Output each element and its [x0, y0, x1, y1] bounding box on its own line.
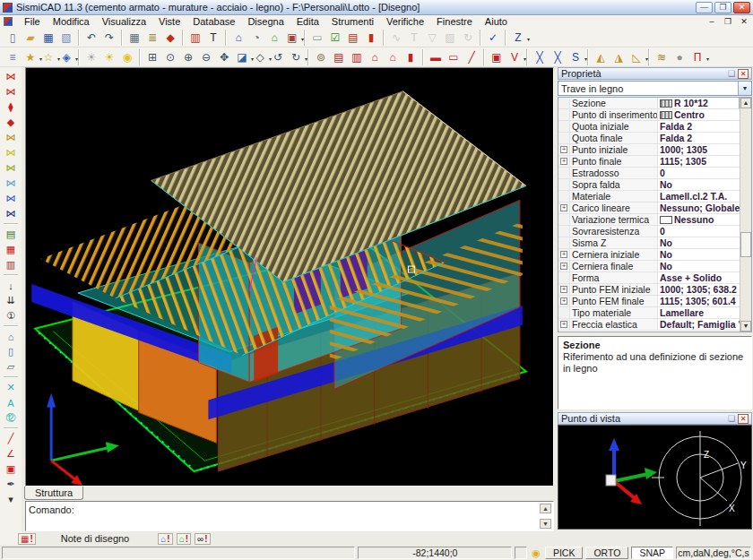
- property-value[interactable]: Nessuno; Globale: [658, 202, 751, 213]
- scroll-up-icon[interactable]: ▲: [740, 98, 751, 108]
- property-row[interactable]: Sopra faldaNo: [558, 179, 751, 191]
- property-value[interactable]: R 10*12▼: [658, 98, 751, 108]
- restore-button[interactable]: ❐: [714, 2, 731, 13]
- plan-view-button[interactable]: ▤: [330, 48, 348, 65]
- text-button[interactable]: T: [204, 29, 222, 46]
- pan-button[interactable]: ✥: [215, 48, 233, 65]
- property-row[interactable]: +Cerniera inizialeNo: [558, 249, 751, 261]
- brace-x-2-button[interactable]: ╳: [549, 48, 567, 65]
- masonry-building-button[interactable]: ▥: [3, 257, 20, 272]
- menu-verifiche[interactable]: Verifiche: [380, 16, 430, 27]
- property-value[interactable]: No: [658, 179, 751, 190]
- expand-icon[interactable]: +: [558, 156, 570, 167]
- mdi-restore-button[interactable]: ❐: [723, 17, 733, 26]
- property-value[interactable]: No: [658, 249, 751, 260]
- property-row[interactable]: +Punto iniziale1000; 1305: [558, 144, 751, 156]
- property-value[interactable]: Asse + Solido: [658, 272, 751, 283]
- property-row[interactable]: +Cerniera finaleNo: [558, 261, 751, 272]
- check-table-button[interactable]: ☑: [326, 29, 344, 46]
- view-box-button[interactable]: ◇▾: [251, 48, 269, 65]
- menu-file[interactable]: File: [18, 16, 47, 27]
- polyline-red-button[interactable]: ∠: [3, 446, 20, 461]
- property-value[interactable]: Lamell.cl.2 T.A.: [658, 191, 751, 202]
- property-value[interactable]: 1000; 1305: [658, 144, 751, 155]
- truss-roof-2-button[interactable]: ◮: [610, 48, 628, 65]
- verify-button[interactable]: ✓: [484, 29, 502, 46]
- snap-toggle[interactable]: SNAP: [631, 547, 673, 559]
- draw-beam-yellow-button[interactable]: ⋈: [3, 145, 20, 160]
- properties-close-icon[interactable]: ✕: [738, 69, 749, 79]
- named-view-button[interactable]: ★▾: [22, 48, 39, 65]
- light-low-button[interactable]: ☀: [82, 48, 100, 65]
- drawing-canvas[interactable]: [25, 67, 554, 487]
- rebar-button[interactable]: ▥: [186, 29, 204, 46]
- menu-aiuto[interactable]: Aiuto: [479, 16, 514, 27]
- orbit-continuous-button[interactable]: ↻▾: [287, 48, 305, 65]
- note-roof-green-button[interactable]: ⌂!: [177, 533, 191, 545]
- collapse-toolbar-button[interactable]: ▾: [3, 492, 20, 507]
- viewpoint-widget[interactable]: Z Y X: [558, 425, 752, 530]
- verify-v-button[interactable]: V▾: [506, 48, 524, 65]
- named-view-save-button[interactable]: ☆▾: [39, 48, 57, 65]
- sheet-number-button[interactable]: ①: [3, 308, 20, 323]
- chevron-down-icon[interactable]: ▼: [738, 82, 751, 95]
- beam-tool-button[interactable]: ▬: [427, 48, 445, 65]
- draw-beam-red-3-button[interactable]: ⧫: [3, 99, 20, 115]
- panel-tool-button[interactable]: ▣: [488, 48, 506, 65]
- property-row[interactable]: +Punto finale1115; 1305: [558, 156, 751, 168]
- property-value[interactable]: 1115; 1305; 601.4: [658, 296, 751, 306]
- line-style-dropdown-icon[interactable]: ▾: [527, 36, 530, 42]
- menu-strumenti[interactable]: Strumenti: [325, 16, 380, 27]
- draw-beam-red-1-button[interactable]: ⋈: [3, 69, 20, 84]
- viewpoint-close-icon[interactable]: ✕: [738, 414, 749, 424]
- tab-struttura[interactable]: Struttura: [24, 487, 83, 500]
- pin-icon[interactable]: ❑: [728, 414, 735, 423]
- property-value[interactable]: Default; Famiglia "L: [658, 319, 751, 330]
- property-row[interactable]: Variazione termicaNessuno: [558, 214, 751, 226]
- steel-dropdown-icon[interactable]: ▾: [584, 56, 587, 62]
- solid-view-button[interactable]: ▣▾: [283, 29, 301, 46]
- scroll-down-icon[interactable]: ▼: [740, 321, 751, 332]
- undo-button[interactable]: ↶: [82, 29, 100, 46]
- wall-view-button[interactable]: ▥: [348, 48, 366, 65]
- zoom-out-button[interactable]: ⊖: [197, 48, 215, 65]
- property-value[interactable]: Falda 2: [658, 133, 751, 143]
- view-3d-button[interactable]: ◈▾: [57, 48, 75, 65]
- property-row[interactable]: Punto di inserimentoCentro: [558, 109, 751, 121]
- note-roof-blue-button[interactable]: ⌂!: [158, 533, 172, 545]
- orto-toggle[interactable]: ORTO: [585, 547, 628, 559]
- property-row[interactable]: Estradosso0: [558, 168, 751, 179]
- sheet-copy-button[interactable]: ▱: [3, 359, 20, 375]
- wood-triangle-dropdown-icon[interactable]: ▾: [645, 56, 648, 62]
- property-value[interactable]: 1000; 1305; 638.2: [658, 284, 751, 295]
- levels-button[interactable]: ≣: [143, 29, 161, 46]
- scrollbar-thumb[interactable]: [740, 232, 751, 257]
- draw-beam-lightblue-button[interactable]: ⋈: [3, 176, 20, 191]
- property-row[interactable]: MaterialeLamell.cl.2 T.A.: [558, 191, 751, 202]
- pick-toggle[interactable]: PICK: [545, 547, 584, 559]
- building-view-button[interactable]: ⌂: [366, 48, 384, 65]
- property-row[interactable]: +Punto FEM finale1115; 1305; 601.4: [558, 296, 751, 307]
- bridge-button[interactable]: Π▾: [688, 48, 706, 65]
- draw-beam-darkblue-button[interactable]: ⋈: [3, 206, 20, 221]
- thermal-button[interactable]: ▮: [362, 29, 380, 46]
- truss-diagonal-button[interactable]: ╱: [463, 48, 480, 65]
- property-row[interactable]: FormaAsse + Solido: [558, 272, 751, 284]
- close-button[interactable]: ✕: [733, 2, 750, 13]
- save-file-button[interactable]: ▦: [39, 29, 57, 46]
- new-file-button[interactable]: ▯: [4, 29, 22, 46]
- property-value[interactable]: Falda 2: [658, 121, 751, 132]
- brace-x-button[interactable]: ╳: [531, 48, 549, 65]
- draw-beam-olive-button[interactable]: ⋈: [3, 160, 20, 176]
- redo-button[interactable]: ↷: [100, 29, 118, 46]
- preferences-button[interactable]: ▦: [126, 29, 143, 46]
- expand-icon[interactable]: +: [558, 284, 570, 295]
- bridge-dropdown-icon[interactable]: ▾: [706, 56, 709, 62]
- verify-v-dropdown-icon[interactable]: ▾: [524, 56, 526, 62]
- expand-icon[interactable]: +: [558, 296, 570, 306]
- property-row[interactable]: +Freccia elasticaDefault; Famiglia "L: [558, 319, 751, 331]
- measure-button[interactable]: ◔: [247, 29, 265, 46]
- property-row[interactable]: Tipo materialeLamellare: [558, 307, 751, 319]
- light-mid-button[interactable]: ☀: [100, 48, 118, 65]
- property-row[interactable]: +Punto FEM iniziale1000; 1305; 638.2: [558, 284, 751, 296]
